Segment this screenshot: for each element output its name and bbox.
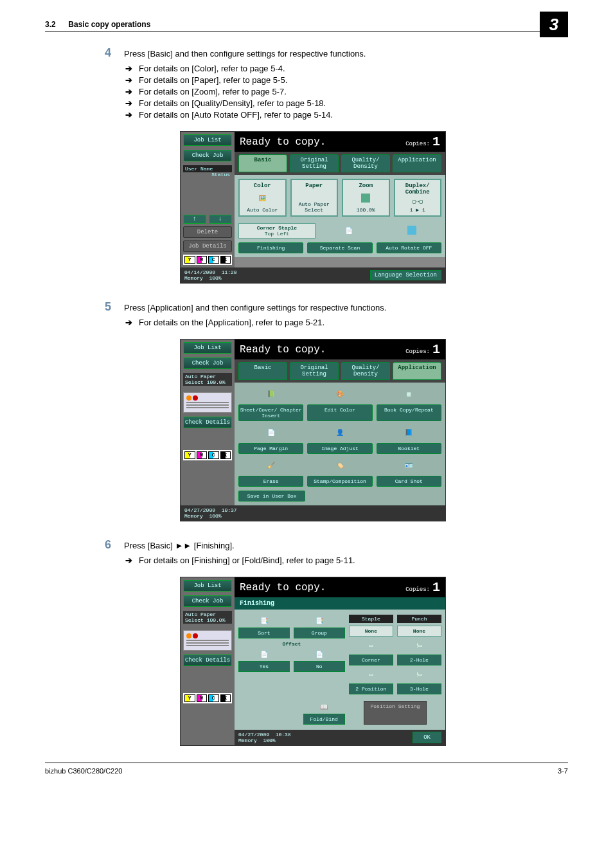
stamp-icon: 🏷️ <box>307 458 372 473</box>
toner-y-icon: Y <box>184 451 195 459</box>
arrow-icon: ➔ <box>125 64 132 73</box>
step-text: Press [Basic] and then configure setting… <box>124 49 568 59</box>
chapter-badge: 3 <box>540 12 568 37</box>
up-button[interactable]: ↑ <box>183 215 206 224</box>
delete-button[interactable]: Delete <box>183 226 232 238</box>
ok-button[interactable]: OK <box>413 732 441 743</box>
erase-button[interactable]: Erase <box>238 476 303 487</box>
toner-k-icon: K <box>220 694 231 702</box>
step-number: 5 <box>100 300 111 314</box>
check-job-button[interactable]: Check Job <box>183 357 232 369</box>
date-value: 04/27/2009 <box>184 507 215 513</box>
panel-finishing-screen: Job List Check Job Auto Paper Select 100… <box>180 577 568 746</box>
position-setting-button[interactable]: Position Setting <box>364 701 427 725</box>
check-details-button[interactable]: Check Details <box>183 655 232 666</box>
time-value: 10:38 <box>276 732 291 737</box>
tab-application[interactable]: Application <box>393 362 441 380</box>
step-number: 6 <box>100 538 111 552</box>
sub-text: For details on [Color], refer to page 5-… <box>139 64 285 73</box>
book-copy-button[interactable]: Book Copy/Repeat <box>377 404 441 421</box>
arrow-icon: ➔ <box>125 110 132 120</box>
model-name: bizhub C360/C280/C220 <box>45 767 122 775</box>
tab-application[interactable]: Application <box>393 154 441 172</box>
separate-scan-button[interactable]: Separate Scan <box>307 242 372 253</box>
staple-corner-button[interactable]: Corner <box>349 655 393 665</box>
punch-2-hole-button[interactable]: 2-Hole <box>397 655 441 665</box>
tab-quality-density[interactable]: Quality/ Density <box>341 362 390 380</box>
step-6: 6 Press [Basic] ►► [Finishing]. ➔For det… <box>100 538 568 565</box>
section-number: 3.2 <box>45 20 56 29</box>
job-list-button[interactable]: Job List <box>183 134 232 146</box>
job-details-button[interactable]: Job Details <box>183 240 232 252</box>
preview-thumb <box>183 630 232 651</box>
group-button[interactable]: Group <box>294 628 345 638</box>
booklet-button[interactable]: Booklet <box>377 443 441 454</box>
card-shot-button[interactable]: Card Shot <box>377 476 441 487</box>
sub-text: For details on [Paper], refer to page 5-… <box>139 75 287 85</box>
offset-no-button[interactable]: No <box>294 661 345 672</box>
panel-application-screen: Job List Check Job Auto Paper Select 100… <box>180 339 568 521</box>
punch-3hole-icon: ⁞▭ <box>397 668 441 681</box>
job-list-button[interactable]: Job List <box>183 580 232 592</box>
paper-button[interactable]: Paper Auto Paper Select <box>290 179 339 217</box>
status-label: Status <box>211 172 230 177</box>
step-number: 4 <box>100 46 111 60</box>
sub-text: For details on [Auto Rotate OFF], refer … <box>139 110 333 120</box>
staple-preview-icon: 📄 <box>319 227 378 235</box>
card-shot-icon: 🪪 <box>377 458 441 473</box>
step-5: 5 Press [Application] and then configure… <box>100 300 568 327</box>
erase-icon: 🧹 <box>238 458 303 473</box>
sheet-cover-icon: 📗 <box>238 386 303 402</box>
staple-none-button[interactable]: None <box>349 626 393 637</box>
punch-3-hole-button[interactable]: 3-Hole <box>397 683 441 694</box>
job-list-button[interactable]: Job List <box>183 342 232 354</box>
language-selection-button[interactable]: Language Selection <box>370 270 441 280</box>
auto-rotate-off-button[interactable]: Auto Rotate OFF <box>377 242 441 253</box>
tab-quality-density[interactable]: Quality/ Density <box>341 154 390 172</box>
corner-staple-label: Corner Staple <box>240 225 314 231</box>
toner-m-icon: M <box>197 694 208 702</box>
duplex-value: 1 ▶ 1 <box>396 207 440 213</box>
duplex-title: Duplex/ Combine <box>396 183 440 195</box>
fold-bind-button[interactable]: Fold/Bind <box>303 714 345 725</box>
tab-basic[interactable]: Basic <box>238 154 287 172</box>
finishing-button[interactable]: Finishing <box>238 242 303 253</box>
toner-m-icon: M <box>197 451 208 459</box>
color-button[interactable]: Color 🖼️ Auto Color <box>238 179 287 217</box>
time-value: 11:20 <box>222 269 237 275</box>
zoom-pct: 100.0% <box>207 379 226 385</box>
page-margin-button[interactable]: Page Margin <box>238 443 303 454</box>
save-user-box-button[interactable]: Save in User Box <box>238 491 305 502</box>
down-button[interactable]: ↓ <box>209 215 232 224</box>
memory-label: Memory <box>238 737 257 743</box>
tab-basic[interactable]: Basic <box>238 362 287 380</box>
sheet-cover-button[interactable]: Sheet/Cover/ Chapter Insert <box>238 404 303 421</box>
staple-corner-icon: ▭ <box>349 639 393 652</box>
memory-label: Memory <box>184 275 203 281</box>
rotate-preview-icon <box>382 226 441 237</box>
top-left-label: Top Left <box>240 231 314 237</box>
duplex-combine-button[interactable]: Duplex/ Combine ▢→▢ 1 ▶ 1 <box>394 179 442 217</box>
staple-2-position-button[interactable]: 2 Position <box>349 683 393 694</box>
edit-color-button[interactable]: Edit Color <box>307 404 372 421</box>
image-adjust-button[interactable]: Image Adjust <box>307 443 372 454</box>
check-details-button[interactable]: Check Details <box>183 417 232 428</box>
tab-original-setting[interactable]: Original Setting <box>290 362 339 380</box>
toner-y-icon: Y <box>184 694 195 702</box>
check-job-button[interactable]: Check Job <box>183 150 232 161</box>
offset-yes-button[interactable]: Yes <box>238 661 290 672</box>
toner-k-icon: K <box>220 256 231 264</box>
memory-pct: 100% <box>209 275 221 281</box>
punch-none-button[interactable]: None <box>397 626 441 637</box>
page-header: 3.2 Basic copy operations 3 <box>45 19 568 32</box>
toner-c-icon: C <box>208 694 219 702</box>
zoom-pct: 100.0% <box>207 617 226 623</box>
zoom-button[interactable]: Zoom 100.0% <box>342 179 390 217</box>
toner-c-icon: C <box>208 451 219 459</box>
stamp-composition-button[interactable]: Stamp/Composition <box>307 476 372 487</box>
tab-original-setting[interactable]: Original Setting <box>290 154 339 172</box>
check-job-button[interactable]: Check Job <box>183 595 232 607</box>
sort-button[interactable]: Sort <box>238 628 290 638</box>
preview-thumb <box>183 392 232 413</box>
booklet-icon: 📘 <box>377 425 441 440</box>
